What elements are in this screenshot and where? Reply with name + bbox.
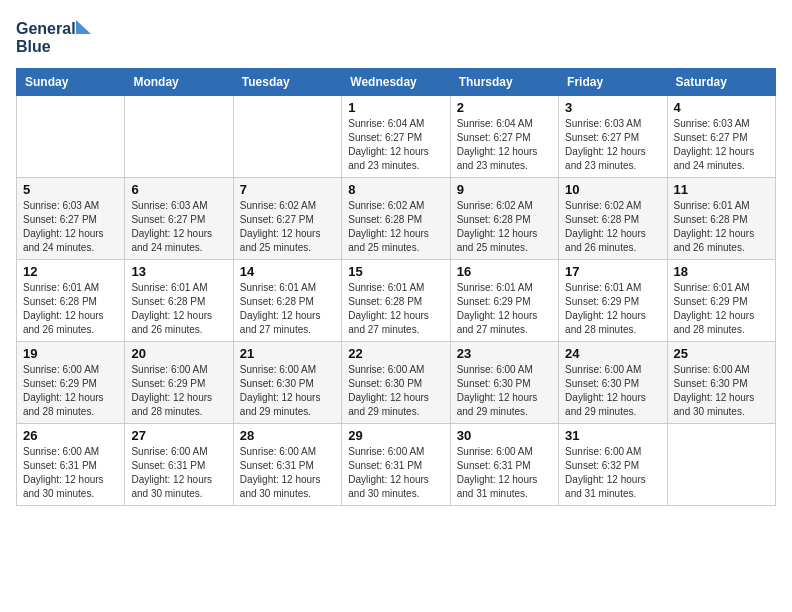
calendar-day-15: 15Sunrise: 6:01 AM Sunset: 6:28 PM Dayli… [342, 260, 450, 342]
calendar-week-row: 19Sunrise: 6:00 AM Sunset: 6:29 PM Dayli… [17, 342, 776, 424]
calendar-day-28: 28Sunrise: 6:00 AM Sunset: 6:31 PM Dayli… [233, 424, 341, 506]
calendar-day-19: 19Sunrise: 6:00 AM Sunset: 6:29 PM Dayli… [17, 342, 125, 424]
calendar-day-13: 13Sunrise: 6:01 AM Sunset: 6:28 PM Dayli… [125, 260, 233, 342]
calendar-day-31: 31Sunrise: 6:00 AM Sunset: 6:32 PM Dayli… [559, 424, 667, 506]
day-number: 24 [565, 346, 660, 361]
day-number: 31 [565, 428, 660, 443]
header-day-saturday: Saturday [667, 69, 775, 96]
day-number: 9 [457, 182, 552, 197]
header-day-tuesday: Tuesday [233, 69, 341, 96]
day-number: 28 [240, 428, 335, 443]
svg-marker-2 [76, 20, 91, 34]
day-info: Sunrise: 6:03 AM Sunset: 6:27 PM Dayligh… [131, 199, 226, 255]
day-number: 11 [674, 182, 769, 197]
calendar-header-row: SundayMondayTuesdayWednesdayThursdayFrid… [17, 69, 776, 96]
day-info: Sunrise: 6:02 AM Sunset: 6:27 PM Dayligh… [240, 199, 335, 255]
calendar-day-22: 22Sunrise: 6:00 AM Sunset: 6:30 PM Dayli… [342, 342, 450, 424]
day-info: Sunrise: 6:01 AM Sunset: 6:28 PM Dayligh… [131, 281, 226, 337]
calendar-day-26: 26Sunrise: 6:00 AM Sunset: 6:31 PM Dayli… [17, 424, 125, 506]
calendar-day-7: 7Sunrise: 6:02 AM Sunset: 6:27 PM Daylig… [233, 178, 341, 260]
calendar-day-9: 9Sunrise: 6:02 AM Sunset: 6:28 PM Daylig… [450, 178, 558, 260]
day-info: Sunrise: 6:01 AM Sunset: 6:28 PM Dayligh… [240, 281, 335, 337]
day-info: Sunrise: 6:00 AM Sunset: 6:30 PM Dayligh… [565, 363, 660, 419]
calendar-day-3: 3Sunrise: 6:03 AM Sunset: 6:27 PM Daylig… [559, 96, 667, 178]
calendar-week-row: 12Sunrise: 6:01 AM Sunset: 6:28 PM Dayli… [17, 260, 776, 342]
calendar-day-18: 18Sunrise: 6:01 AM Sunset: 6:29 PM Dayli… [667, 260, 775, 342]
header-day-monday: Monday [125, 69, 233, 96]
calendar-day-12: 12Sunrise: 6:01 AM Sunset: 6:28 PM Dayli… [17, 260, 125, 342]
calendar-week-row: 1Sunrise: 6:04 AM Sunset: 6:27 PM Daylig… [17, 96, 776, 178]
calendar-day-5: 5Sunrise: 6:03 AM Sunset: 6:27 PM Daylig… [17, 178, 125, 260]
calendar-day-30: 30Sunrise: 6:00 AM Sunset: 6:31 PM Dayli… [450, 424, 558, 506]
day-number: 23 [457, 346, 552, 361]
day-info: Sunrise: 6:03 AM Sunset: 6:27 PM Dayligh… [23, 199, 118, 255]
calendar-day-1: 1Sunrise: 6:04 AM Sunset: 6:27 PM Daylig… [342, 96, 450, 178]
calendar-day-11: 11Sunrise: 6:01 AM Sunset: 6:28 PM Dayli… [667, 178, 775, 260]
calendar-day-16: 16Sunrise: 6:01 AM Sunset: 6:29 PM Dayli… [450, 260, 558, 342]
day-info: Sunrise: 6:01 AM Sunset: 6:28 PM Dayligh… [674, 199, 769, 255]
day-info: Sunrise: 6:03 AM Sunset: 6:27 PM Dayligh… [565, 117, 660, 173]
calendar-week-row: 5Sunrise: 6:03 AM Sunset: 6:27 PM Daylig… [17, 178, 776, 260]
calendar-week-row: 26Sunrise: 6:00 AM Sunset: 6:31 PM Dayli… [17, 424, 776, 506]
header-day-wednesday: Wednesday [342, 69, 450, 96]
calendar-day-10: 10Sunrise: 6:02 AM Sunset: 6:28 PM Dayli… [559, 178, 667, 260]
calendar-day-23: 23Sunrise: 6:00 AM Sunset: 6:30 PM Dayli… [450, 342, 558, 424]
calendar-empty-cell [233, 96, 341, 178]
day-number: 19 [23, 346, 118, 361]
calendar-day-21: 21Sunrise: 6:00 AM Sunset: 6:30 PM Dayli… [233, 342, 341, 424]
calendar-day-24: 24Sunrise: 6:00 AM Sunset: 6:30 PM Dayli… [559, 342, 667, 424]
day-number: 12 [23, 264, 118, 279]
calendar-empty-cell [667, 424, 775, 506]
day-number: 29 [348, 428, 443, 443]
calendar-day-20: 20Sunrise: 6:00 AM Sunset: 6:29 PM Dayli… [125, 342, 233, 424]
day-number: 17 [565, 264, 660, 279]
calendar-table: SundayMondayTuesdayWednesdayThursdayFrid… [16, 68, 776, 506]
day-number: 20 [131, 346, 226, 361]
calendar-day-4: 4Sunrise: 6:03 AM Sunset: 6:27 PM Daylig… [667, 96, 775, 178]
day-number: 21 [240, 346, 335, 361]
day-number: 16 [457, 264, 552, 279]
svg-text:Blue: Blue [16, 38, 51, 55]
calendar-day-29: 29Sunrise: 6:00 AM Sunset: 6:31 PM Dayli… [342, 424, 450, 506]
day-number: 14 [240, 264, 335, 279]
day-info: Sunrise: 6:00 AM Sunset: 6:31 PM Dayligh… [23, 445, 118, 501]
calendar-day-6: 6Sunrise: 6:03 AM Sunset: 6:27 PM Daylig… [125, 178, 233, 260]
day-number: 27 [131, 428, 226, 443]
day-number: 2 [457, 100, 552, 115]
day-info: Sunrise: 6:00 AM Sunset: 6:31 PM Dayligh… [240, 445, 335, 501]
calendar-empty-cell [125, 96, 233, 178]
header-day-friday: Friday [559, 69, 667, 96]
day-number: 4 [674, 100, 769, 115]
calendar-day-25: 25Sunrise: 6:00 AM Sunset: 6:30 PM Dayli… [667, 342, 775, 424]
day-info: Sunrise: 6:00 AM Sunset: 6:32 PM Dayligh… [565, 445, 660, 501]
day-info: Sunrise: 6:01 AM Sunset: 6:28 PM Dayligh… [23, 281, 118, 337]
day-info: Sunrise: 6:00 AM Sunset: 6:29 PM Dayligh… [131, 363, 226, 419]
day-number: 10 [565, 182, 660, 197]
header-day-thursday: Thursday [450, 69, 558, 96]
day-number: 18 [674, 264, 769, 279]
day-info: Sunrise: 6:00 AM Sunset: 6:30 PM Dayligh… [674, 363, 769, 419]
day-info: Sunrise: 6:00 AM Sunset: 6:31 PM Dayligh… [457, 445, 552, 501]
day-info: Sunrise: 6:01 AM Sunset: 6:29 PM Dayligh… [674, 281, 769, 337]
day-info: Sunrise: 6:02 AM Sunset: 6:28 PM Dayligh… [565, 199, 660, 255]
day-number: 6 [131, 182, 226, 197]
calendar-day-17: 17Sunrise: 6:01 AM Sunset: 6:29 PM Dayli… [559, 260, 667, 342]
day-number: 8 [348, 182, 443, 197]
day-number: 22 [348, 346, 443, 361]
day-number: 25 [674, 346, 769, 361]
logo-svg: GeneralBlue [16, 16, 96, 56]
day-number: 15 [348, 264, 443, 279]
day-number: 3 [565, 100, 660, 115]
day-number: 26 [23, 428, 118, 443]
day-info: Sunrise: 6:00 AM Sunset: 6:30 PM Dayligh… [457, 363, 552, 419]
day-number: 1 [348, 100, 443, 115]
day-info: Sunrise: 6:01 AM Sunset: 6:28 PM Dayligh… [348, 281, 443, 337]
day-info: Sunrise: 6:04 AM Sunset: 6:27 PM Dayligh… [457, 117, 552, 173]
calendar-day-2: 2Sunrise: 6:04 AM Sunset: 6:27 PM Daylig… [450, 96, 558, 178]
day-info: Sunrise: 6:04 AM Sunset: 6:27 PM Dayligh… [348, 117, 443, 173]
day-info: Sunrise: 6:00 AM Sunset: 6:30 PM Dayligh… [348, 363, 443, 419]
day-info: Sunrise: 6:01 AM Sunset: 6:29 PM Dayligh… [457, 281, 552, 337]
day-info: Sunrise: 6:00 AM Sunset: 6:31 PM Dayligh… [131, 445, 226, 501]
calendar-day-27: 27Sunrise: 6:00 AM Sunset: 6:31 PM Dayli… [125, 424, 233, 506]
calendar-day-8: 8Sunrise: 6:02 AM Sunset: 6:28 PM Daylig… [342, 178, 450, 260]
